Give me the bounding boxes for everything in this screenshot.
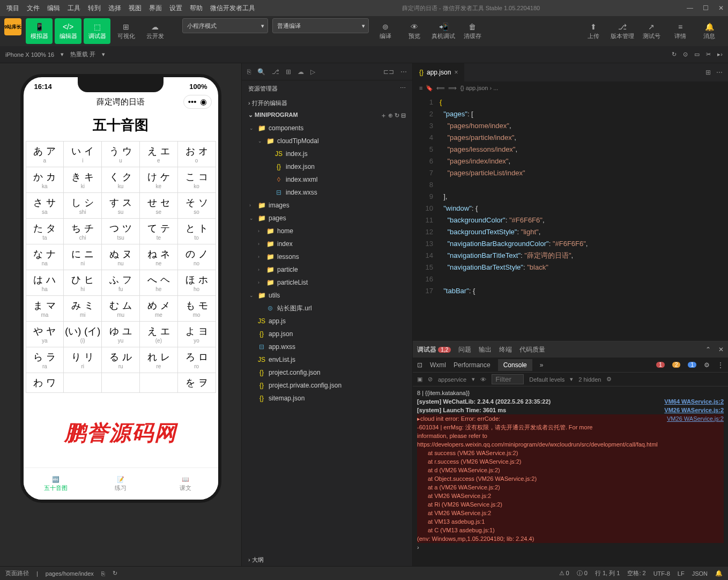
kana-cell[interactable]: かカka xyxy=(26,167,64,193)
tree-folder[interactable]: ›📁lessons xyxy=(242,250,412,263)
tree-folder[interactable]: ⌄📁components xyxy=(242,122,412,135)
tree-folder[interactable]: ⌄📁cloudTipModal xyxy=(242,135,412,147)
kana-cell[interactable]: こコko xyxy=(178,167,216,193)
cloud-icon[interactable]: ☁ xyxy=(298,68,304,76)
expand-icon[interactable]: ⌃ xyxy=(705,346,711,353)
tree-file[interactable]: {}project.config.json xyxy=(242,366,412,379)
kana-cell[interactable]: るルru xyxy=(102,347,140,373)
mode-dropdown[interactable]: 小程序模式 xyxy=(182,18,268,33)
kana-cell[interactable]: ひヒhi xyxy=(64,270,102,296)
indent-setting[interactable]: 空格: 2 xyxy=(627,569,645,577)
kana-cell[interactable]: をヲ xyxy=(178,373,216,393)
kana-cell[interactable]: ちチchi xyxy=(64,219,102,244)
tab-output[interactable]: 输出 xyxy=(479,345,492,354)
tab-problems[interactable]: 问题 xyxy=(458,345,471,354)
split-icon[interactable]: ⊞ xyxy=(705,69,711,76)
context-dropdown[interactable]: appservice xyxy=(438,376,466,383)
tree-file[interactable]: {}index.json xyxy=(242,160,412,173)
hot-reload-toggle[interactable]: 热重载 开 xyxy=(70,50,95,58)
kana-cell[interactable]: ほホho xyxy=(178,270,216,296)
eye-icon[interactable]: 👁 xyxy=(480,376,486,383)
kana-cell[interactable]: そソso xyxy=(178,193,216,219)
menu-item[interactable]: 帮助 xyxy=(190,4,203,13)
kana-cell[interactable] xyxy=(140,373,178,393)
search-icon[interactable]: 🔍 xyxy=(257,68,265,76)
tree-file[interactable]: ⊜站长图库.url xyxy=(242,302,412,315)
visual-button[interactable]: ⊞可视化 xyxy=(113,18,139,44)
device-selector[interactable]: iPhone X 100% 16 xyxy=(5,51,54,58)
breadcrumb[interactable]: ≡🔖⟸⟹ {} app.json › ... xyxy=(413,81,728,94)
explorer-more-icon[interactable]: ⋯ xyxy=(400,85,406,93)
kana-cell[interactable]: ふフfu xyxy=(102,270,140,296)
menu-item[interactable]: 界面 xyxy=(149,4,162,13)
tab-close-icon[interactable]: × xyxy=(454,69,458,76)
kana-cell[interactable]: はハha xyxy=(26,270,64,296)
messages-button[interactable]: 🔔消息 xyxy=(696,18,723,44)
remote-debug-button[interactable]: 📲真机调试 xyxy=(430,18,457,44)
kana-cell[interactable]: しシshi xyxy=(64,193,102,219)
tab-performance[interactable]: Performance xyxy=(454,361,491,369)
levels-dropdown[interactable]: Default levels xyxy=(529,376,564,383)
tree-file[interactable]: {}sitemap.json xyxy=(242,392,412,405)
kana-cell[interactable]: くクku xyxy=(102,167,140,193)
compile-dropdown[interactable]: 普通编译 xyxy=(272,18,369,33)
kana-cell[interactable]: なナna xyxy=(26,244,64,270)
gear-icon[interactable]: ⚙ xyxy=(606,376,612,383)
kana-cell[interactable] xyxy=(64,373,102,393)
tree-folder[interactable]: ⌄📁utils xyxy=(242,289,412,302)
tree-folder[interactable]: ›📁index xyxy=(242,237,412,250)
kana-cell[interactable]: へヘhe xyxy=(140,270,178,296)
kana-cell[interactable]: らラra xyxy=(26,347,64,373)
refresh-icon[interactable]: ↻ xyxy=(113,570,117,577)
tree-file[interactable]: JSapp.js xyxy=(242,315,412,328)
copy-icon[interactable]: ⎘ xyxy=(101,570,105,577)
kana-cell[interactable]: えエe xyxy=(140,142,178,167)
capsule-menu-icon[interactable]: ••• xyxy=(188,97,197,107)
menu-item[interactable]: 文件 xyxy=(27,4,40,13)
menu-item[interactable]: 编辑 xyxy=(47,4,60,13)
encoding[interactable]: UTF-8 xyxy=(653,570,670,577)
editor-button[interactable]: </>编辑器 xyxy=(55,18,81,44)
project-section[interactable]: ⌄ MINIPROGRAM ＋ ⊕ ↻ ⊟ xyxy=(242,109,412,122)
tree-file[interactable]: ◊index.wxml xyxy=(242,173,412,186)
menu-item[interactable]: 项目 xyxy=(6,4,19,13)
debugger-button[interactable]: ⬚调试器 xyxy=(84,18,110,44)
bell-icon[interactable]: 🔔 xyxy=(715,570,723,577)
kana-cell[interactable]: すスsu xyxy=(102,193,140,219)
kana-cell[interactable]: りリri xyxy=(64,347,102,373)
kana-cell[interactable]: むムmu xyxy=(102,296,140,322)
menu-item[interactable]: 微信开发者工具 xyxy=(210,4,255,13)
kana-cell[interactable]: めメme xyxy=(140,296,178,322)
kana-cell[interactable]: さサsa xyxy=(26,193,64,219)
tree-folder[interactable]: ›📁images xyxy=(242,199,412,212)
kana-cell[interactable]: ゆユyu xyxy=(102,322,140,347)
kana-cell[interactable]: せセse xyxy=(140,193,178,219)
tab-quality[interactable]: 代码质量 xyxy=(519,345,545,354)
details-button[interactable]: ≡详情 xyxy=(667,18,694,44)
menu-item[interactable]: 工具 xyxy=(68,4,80,13)
tab-console[interactable]: Console xyxy=(498,359,532,371)
menu-item[interactable]: 视图 xyxy=(129,4,142,13)
refresh-icon[interactable]: ↻ xyxy=(672,51,677,58)
language-mode[interactable]: JSON xyxy=(692,570,708,577)
open-editors-section[interactable]: › 打开的编辑器 xyxy=(242,97,412,109)
tree-file[interactable]: {}app.json xyxy=(242,328,412,340)
settings-icon[interactable]: ⚙ xyxy=(704,361,710,369)
kana-cell[interactable]: みミmi xyxy=(64,296,102,322)
close-icon[interactable]: ✕ xyxy=(718,4,724,12)
console-output[interactable]: 8 | {{item.katakana}}[system] WeChatLib:… xyxy=(413,386,728,566)
editor-tab-appjson[interactable]: {} app.json × xyxy=(413,63,465,81)
tree-file[interactable]: JSenvList.js xyxy=(242,353,412,366)
tab-terminal[interactable]: 终端 xyxy=(499,345,512,354)
hidden-count[interactable]: 2 hidden xyxy=(578,376,601,383)
tree-file[interactable]: {}project.private.config.json xyxy=(242,379,412,392)
kana-cell[interactable]: にニni xyxy=(64,244,102,270)
tabbar-item[interactable]: 📝练习 xyxy=(88,468,153,500)
outline-section[interactable]: › 大纲 xyxy=(242,554,412,566)
capsule-close-icon[interactable]: ◉ xyxy=(200,97,207,107)
upload-button[interactable]: ⬆上传 xyxy=(580,18,607,44)
menu-item[interactable]: 设置 xyxy=(169,4,182,13)
device-icon[interactable]: ▭ xyxy=(694,51,700,58)
menu-item[interactable]: 转到 xyxy=(88,4,101,13)
simulator-button[interactable]: 📱模拟器 xyxy=(26,18,53,44)
